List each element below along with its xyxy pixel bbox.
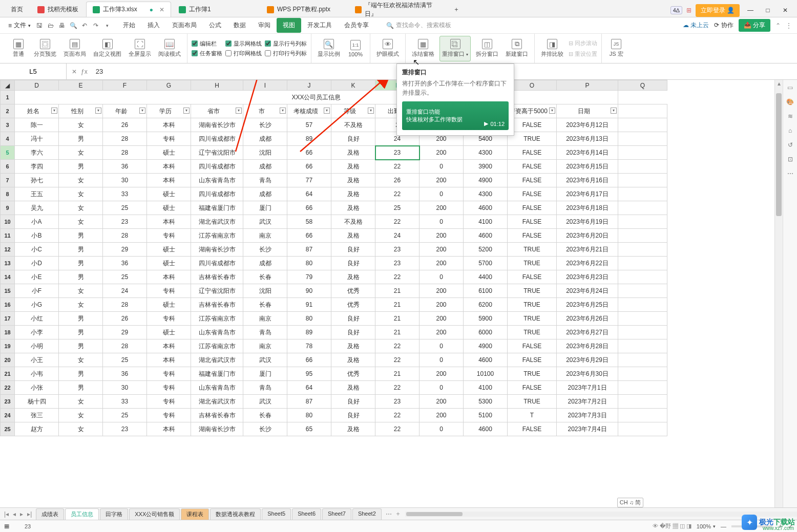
cell[interactable]: 29 [103, 326, 147, 339]
add-sheet-icon[interactable]: ＋ [395, 509, 401, 518]
status-mode-icon[interactable]: ▦ [4, 523, 9, 529]
cell[interactable]: 22 [375, 339, 420, 353]
cell[interactable]: 58 [287, 215, 331, 229]
cell[interactable]: 200 [420, 174, 464, 187]
cell[interactable]: 2023年6月23日 [557, 270, 618, 284]
cell[interactable]: 21 [375, 326, 420, 339]
share-button[interactable]: 📤 分享 [739, 19, 770, 32]
cell[interactable]: 36 [103, 367, 147, 381]
col-header-J[interactable]: J [287, 80, 331, 91]
cell[interactable]: 0 [420, 422, 464, 436]
menu-tab-视图[interactable]: 视图 [277, 18, 301, 33]
cell[interactable]: 4600 [464, 201, 508, 215]
cell[interactable]: 成都 [243, 257, 287, 270]
row-header[interactable]: 12 [1, 243, 15, 257]
cell[interactable]: 25 [375, 201, 420, 215]
cell[interactable]: 本科 [147, 215, 191, 229]
chk-taskpane[interactable]: 任务窗格 [192, 50, 222, 57]
cell[interactable]: 0 [420, 187, 464, 201]
cell[interactable]: 专科 [147, 395, 191, 409]
cell[interactable]: 28 [103, 132, 147, 146]
cell[interactable]: 2023年6月29日 [557, 353, 618, 367]
name-box[interactable] [0, 63, 67, 79]
cell[interactable]: 成都 [243, 132, 287, 146]
cell[interactable]: 硕士 [147, 298, 191, 312]
cell[interactable]: 硕士 [147, 326, 191, 339]
cell[interactable] [618, 395, 667, 409]
cell[interactable]: 赵方 [15, 422, 59, 436]
tab-find-templates[interactable]: 找稻壳模板 [31, 2, 85, 17]
cell[interactable]: 硕士 [147, 201, 191, 215]
cell[interactable]: 2023年7月1日 [557, 381, 618, 395]
cell[interactable]: 孙七 [15, 174, 59, 187]
cell[interactable]: 女 [59, 187, 103, 201]
cell[interactable]: FALSE [508, 229, 557, 243]
cell[interactable]: 硕士 [147, 187, 191, 201]
tooltip-video-thumb[interactable]: 重排窗口功能 快速核对多工作簿数据 ▶01:12 [402, 101, 509, 130]
cell[interactable]: 22 [375, 409, 420, 422]
eye-protection-button[interactable]: 👁护眼模式 [374, 36, 401, 61]
cell[interactable]: 91 [287, 298, 331, 312]
cell[interactable]: 专科 [147, 132, 191, 146]
cell[interactable]: 男 [59, 243, 103, 257]
history-pane-icon[interactable]: ↺ [786, 140, 795, 150]
cell[interactable]: 87 [287, 395, 331, 409]
cell[interactable]: 及格 [331, 146, 375, 160]
row-header[interactable]: 6 [1, 160, 15, 174]
sheet-tab[interactable]: XXX公司销售额 [129, 508, 180, 520]
cell[interactable]: 2023年6月15日 [557, 160, 618, 174]
cell[interactable]: 0 [420, 215, 464, 229]
cell[interactable]: FALSE [508, 353, 557, 367]
cell[interactable]: 良好 [331, 257, 375, 270]
filter-dropdown-icon[interactable]: ▾ [95, 108, 101, 114]
cell[interactable]: 200 [420, 367, 464, 381]
cell[interactable]: FALSE [508, 381, 557, 395]
sheet-more-icon[interactable]: ⋯ [386, 510, 392, 518]
cell[interactable]: 80 [287, 312, 331, 326]
cell[interactable] [618, 422, 667, 436]
cell[interactable]: 张三 [15, 409, 59, 422]
cell[interactable]: 厦门 [243, 367, 287, 381]
cell[interactable]: 江苏省南京市 [191, 339, 243, 353]
zoom-button[interactable]: 🔍显示比例 [316, 36, 342, 61]
filter-dropdown-icon[interactable]: ▾ [611, 108, 617, 114]
cell[interactable]: 男 [59, 326, 103, 339]
row-header[interactable]: 21 [1, 367, 15, 381]
backup-pane-icon[interactable]: ⌂ [786, 126, 795, 135]
chart-pane-icon[interactable]: ≋ [786, 112, 795, 121]
view-page-layout-button[interactable]: ▤页面布局 [61, 36, 88, 61]
cell[interactable]: 良好 [331, 326, 375, 339]
filter-dropdown-icon[interactable]: ▾ [183, 108, 190, 114]
cell[interactable]: 湖北省武汉市 [191, 353, 243, 367]
cell[interactable]: 23 [375, 257, 420, 270]
chk-printrowcol[interactable]: 打印行号列标 [265, 50, 307, 57]
sheet-tab[interactable]: 数据透视表教程 [210, 508, 261, 520]
tab-workbook3[interactable]: 工作簿3.xlsx●✕ [86, 2, 171, 17]
cell[interactable]: 李四 [15, 160, 59, 174]
chk-editbar[interactable]: 编辑栏 [192, 40, 222, 48]
cell[interactable]: 女 [59, 284, 103, 298]
sheet-tab[interactable]: 成绩表 [36, 508, 64, 520]
cell[interactable]: 2023年7月2日 [557, 395, 618, 409]
cell[interactable]: 辽宁省沈阳市 [191, 284, 243, 298]
filter-dropdown-icon[interactable]: ▾ [139, 108, 145, 114]
cell[interactable]: 男 [59, 257, 103, 270]
cell[interactable]: 5300 [464, 395, 508, 409]
cell[interactable]: 男 [59, 339, 103, 353]
cell[interactable]: 24 [375, 229, 420, 243]
cell[interactable]: 小E [15, 270, 59, 284]
cell[interactable] [618, 118, 667, 132]
row-header[interactable]: 14 [1, 270, 15, 284]
cell[interactable]: 33 [103, 395, 147, 409]
cell[interactable]: 10100 [464, 367, 508, 381]
sheet-last-icon[interactable]: ▸| [26, 510, 33, 518]
cell[interactable]: 专科 [147, 229, 191, 243]
cell[interactable] [618, 367, 667, 381]
sheet-prev-icon[interactable]: ◂ [12, 510, 17, 518]
tab-home[interactable]: 首页 [4, 2, 30, 17]
cell[interactable]: 25 [103, 353, 147, 367]
cell[interactable]: 及格 [331, 160, 375, 174]
cell[interactable]: 2023年6月30日 [557, 367, 618, 381]
col-header-Q[interactable]: Q [618, 80, 667, 91]
cell[interactable]: 男 [59, 132, 103, 146]
